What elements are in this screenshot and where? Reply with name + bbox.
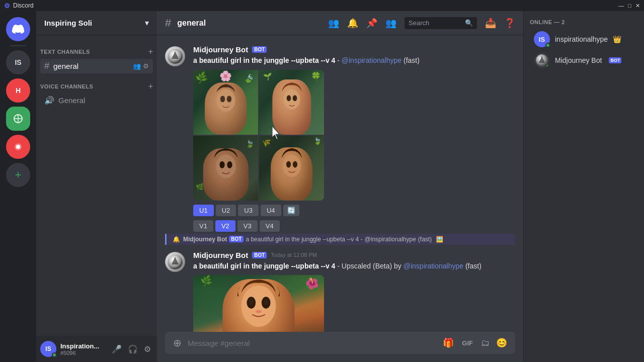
svg-point-16: [282, 155, 301, 177]
search-box[interactable]: 🔍: [405, 17, 477, 29]
message-input[interactable]: [188, 333, 437, 353]
svg-point-8: [220, 96, 224, 103]
search-input[interactable]: [409, 19, 462, 27]
message-text-1: a beautiful girl in the junggle --upbeta…: [193, 56, 515, 66]
message-author-2[interactable]: Midjourney Bot: [193, 251, 248, 259]
svg-point-7: [216, 89, 235, 112]
u3-button[interactable]: U3: [238, 205, 259, 216]
minimize-button[interactable]: —: [618, 3, 624, 9]
server-icon-discord[interactable]: [6, 17, 30, 41]
server-header[interactable]: Inspiring Soli ▾: [36, 11, 157, 35]
channel-list: Text Channels + # general 👥 ⚙ Voice Chan…: [36, 35, 157, 336]
single-image-upscaled[interactable]: 🌺 🌿: [193, 275, 324, 332]
settings-icon[interactable]: ⚙: [143, 62, 149, 70]
grid-cell-bl: 🌿 🍃: [193, 136, 258, 201]
channel-header: # general 👥 🔔 📌 👥 🔍 📥 ❓: [157, 11, 523, 35]
midjourney-bot-badge: BOT: [609, 57, 621, 63]
user-settings-button[interactable]: ⚙: [142, 342, 153, 356]
svg-point-9: [226, 96, 231, 103]
emoji-icon[interactable]: 😊: [496, 337, 507, 348]
message-avatar-1: [165, 46, 185, 66]
svg-point-21: [242, 286, 276, 327]
grid-cell-tl: 🌿 🍃 🌸: [193, 70, 258, 135]
text-channels-category[interactable]: Text Channels +: [36, 39, 157, 58]
svg-point-14: [219, 161, 224, 168]
user-info: Inspiration... #5096: [60, 342, 106, 356]
members-list-icon[interactable]: 👥: [385, 18, 396, 29]
members-icon[interactable]: 👥: [328, 18, 339, 29]
add-channel-icon[interactable]: +: [148, 47, 153, 56]
sticker-icon[interactable]: 🗂: [481, 338, 490, 348]
message-group-1: Midjourney Bot BOT a beautiful girl in t…: [157, 43, 523, 234]
main-content: # general 👥 🔔 📌 👥 🔍 📥 ❓: [157, 11, 523, 362]
action-buttons-row2: V1 V2 V3 V4: [193, 220, 515, 232]
image-grid-1[interactable]: 🌿 🍃 🌸: [193, 70, 324, 201]
face-br: [271, 147, 313, 201]
gif-button[interactable]: GIF: [460, 338, 475, 348]
server-name: Inspiring Soli: [44, 19, 92, 27]
message-input-area: ⊕ 🎁 GIF 🗂 😊: [157, 332, 523, 362]
u2-button[interactable]: U2: [216, 205, 236, 216]
manage-users-icon[interactable]: 👥: [133, 62, 141, 70]
member-name-inspirationalhype: inspirationalhype: [555, 35, 608, 43]
mute-button[interactable]: 🎤: [110, 342, 124, 356]
server-sidebar: IS H +: [0, 11, 36, 362]
avatar-label: IS: [45, 345, 51, 352]
v2-button[interactable]: V2: [215, 220, 235, 232]
svg-point-24: [249, 299, 254, 306]
user-controls[interactable]: 🎤 🎧 ⚙: [110, 342, 153, 356]
user-area: IS Inspiration... #5096 🎤 🎧 ⚙: [36, 336, 157, 362]
channel-item-voice-general[interactable]: 🔊 General: [40, 94, 153, 107]
svg-point-25: [264, 299, 269, 306]
add-voice-channel-icon[interactable]: +: [148, 82, 153, 91]
mention-2[interactable]: @inspirationalhype: [404, 262, 463, 270]
channel-name-general: general: [53, 62, 78, 70]
pin-icon[interactable]: 📌: [366, 18, 377, 29]
inbox-icon[interactable]: 📥: [485, 18, 496, 29]
member-item-midjourney-bot[interactable]: Midjourney Bot BOT: [530, 50, 638, 70]
v1-button[interactable]: V1: [193, 220, 213, 232]
mention-bar-suffix: (fast): [418, 236, 432, 243]
server-icon-h[interactable]: H: [6, 78, 30, 103]
deafen-button[interactable]: 🎧: [126, 342, 140, 356]
server-icon-green[interactable]: [6, 135, 30, 159]
add-server-button[interactable]: +: [6, 163, 30, 187]
channel-header-name: general: [177, 19, 206, 28]
mention-bar-mention[interactable]: @inspirationalhype: [365, 236, 416, 243]
grid-cell-tr: 🌱 🍀: [259, 70, 324, 135]
gift-icon[interactable]: 🎁: [443, 337, 454, 348]
username: Inspiration...: [60, 342, 106, 350]
u1-button[interactable]: U1: [193, 205, 214, 216]
mention-bar-img-icon: 🖼️: [436, 236, 443, 243]
hash-icon: #: [44, 61, 49, 71]
mention-bar-author: Midjourney Bot: [183, 236, 227, 243]
u4-button[interactable]: U4: [261, 205, 281, 216]
mention-1[interactable]: @inspirationalhype: [342, 56, 401, 64]
message-author-1[interactable]: Midjourney Bot: [193, 45, 248, 54]
svg-point-13: [216, 155, 235, 178]
maximize-button[interactable]: □: [628, 3, 631, 9]
v3-button[interactable]: V3: [237, 220, 258, 232]
member-avatar-inspirationalhype: IS: [534, 31, 550, 47]
mention-bar-icon: 🔔: [173, 236, 180, 243]
refresh-button[interactable]: 🔄: [283, 205, 299, 216]
add-attachment-button[interactable]: ⊕: [173, 337, 182, 349]
close-button[interactable]: ✕: [635, 3, 640, 9]
window-controls[interactable]: — □ ✕: [618, 3, 640, 9]
member-item-inspirationalhype[interactable]: IS inspirationalhype 👑: [530, 29, 638, 49]
app-body: IS H + Inspiring Soli ▾ Text Channels +: [0, 11, 644, 362]
message-prompt-2: a beautiful girl in the junggle --upbeta…: [193, 262, 335, 270]
chevron-down-icon: ▾: [145, 18, 149, 28]
server-icon-is[interactable]: IS: [6, 50, 30, 74]
titlebar: ⚙ Discord — □ ✕: [0, 0, 644, 11]
message-suffix-2: (fast): [465, 262, 481, 270]
help-icon[interactable]: ❓: [504, 18, 515, 29]
channel-item-general[interactable]: # general 👥 ⚙: [40, 59, 153, 73]
server-icon-circle[interactable]: [6, 107, 30, 131]
v4-button[interactable]: V4: [260, 220, 280, 232]
svg-point-18: [292, 161, 297, 167]
voice-channels-category[interactable]: Voice Channels +: [36, 74, 157, 93]
action-buttons-row1: U1 U2 U3 U4 🔄: [193, 205, 515, 216]
svg-point-11: [286, 95, 291, 101]
notifications-icon[interactable]: 🔔: [347, 18, 358, 29]
